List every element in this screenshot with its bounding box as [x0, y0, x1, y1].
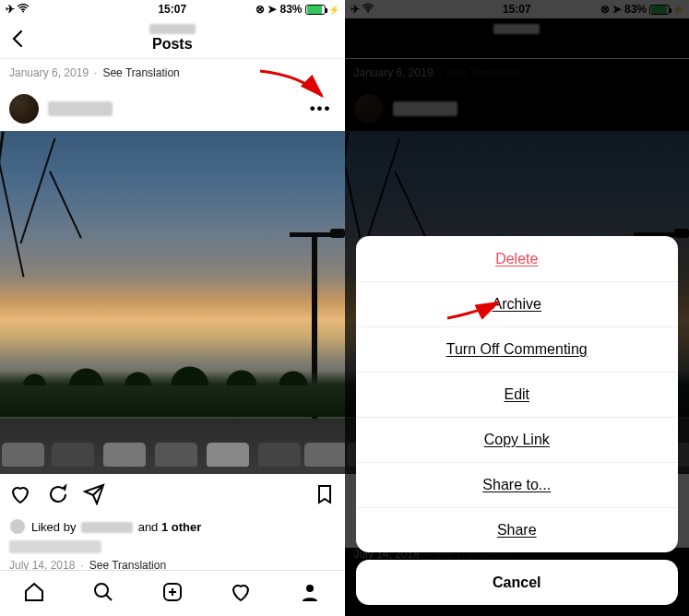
back-button[interactable] [352, 28, 374, 53]
action-sheet-item-share-to[interactable]: Share to... [356, 462, 679, 507]
likes-row[interactable]: Liked by and 1 other [0, 518, 345, 540]
tab-home[interactable] [23, 581, 45, 607]
svg-point-0 [22, 11, 24, 13]
svg-point-3 [306, 585, 314, 592]
action-sheet-item-share[interactable]: Share [356, 507, 679, 552]
post-author-header: ••• [0, 87, 345, 131]
nav-username-blur [149, 24, 196, 34]
liker-avatar [9, 518, 26, 535]
comment-button[interactable] [46, 483, 68, 509]
share-button[interactable] [83, 483, 105, 509]
orientation-lock-icon: ⊗ [255, 3, 265, 16]
tab-activity[interactable] [230, 581, 252, 607]
action-sheet: DeleteArchiveTurn Off CommentingEditCopy… [356, 236, 679, 605]
svg-point-1 [95, 584, 108, 597]
status-bar: ✈ 15:07 ⊗ ➤ 83% ⚡ [0, 0, 345, 18]
location-icon: ➤ [267, 3, 277, 16]
airplane-mode-icon: ✈ [6, 3, 15, 16]
more-options-button[interactable]: ••• [306, 96, 336, 122]
action-sheet-item-turn-off-commenting[interactable]: Turn Off Commenting [356, 326, 679, 372]
post-date: January 6, 2019 [9, 66, 89, 79]
author-username-blur[interactable] [48, 101, 113, 116]
wifi-icon [17, 3, 30, 16]
more-options-button[interactable]: ••• [650, 96, 680, 122]
see-translation-link[interactable]: See Translation [102, 66, 179, 79]
like-button[interactable] [9, 483, 31, 509]
action-sheet-item-delete[interactable]: Delete [356, 236, 679, 281]
screen-right-actionsheet: ✈ 15:07 ⊗➤ 83% ⚡ Posts Januar [345, 0, 690, 616]
author-avatar[interactable] [9, 94, 39, 124]
clock: 15:07 [158, 3, 186, 16]
battery-percent: 83% [279, 3, 302, 16]
bookmark-button[interactable] [314, 483, 336, 509]
caption-blur [9, 540, 101, 553]
nav-header: Posts [0, 18, 345, 59]
battery-icon [305, 5, 326, 15]
charging-icon: ⚡ [328, 5, 339, 15]
tab-profile[interactable] [299, 581, 321, 607]
action-sheet-item-archive[interactable]: Archive [356, 281, 679, 326]
post-date-row: January 6, 2019 · See Translation [0, 59, 345, 87]
tab-bar [0, 570, 345, 616]
action-sheet-cancel[interactable]: Cancel [356, 560, 679, 605]
tab-create[interactable] [161, 581, 184, 607]
back-button[interactable] [7, 28, 30, 53]
liker-name-blur [81, 522, 133, 533]
wifi-icon [362, 3, 374, 16]
page-title: Posts [149, 36, 196, 53]
airplane-mode-icon: ✈ [350, 3, 360, 16]
svg-point-4 [367, 11, 369, 13]
post-actions [0, 474, 345, 518]
tab-search[interactable] [92, 581, 114, 607]
liked-by-other: 1 other [161, 520, 201, 534]
action-sheet-item-edit[interactable]: Edit [356, 372, 679, 417]
post-photo[interactable] [0, 131, 345, 474]
action-sheet-item-copy-link[interactable]: Copy Link [356, 417, 679, 462]
screen-left-post: ✈ 15:07 ⊗ ➤ 83% ⚡ Posts [0, 0, 345, 616]
liked-by-label: Liked by [31, 520, 79, 534]
